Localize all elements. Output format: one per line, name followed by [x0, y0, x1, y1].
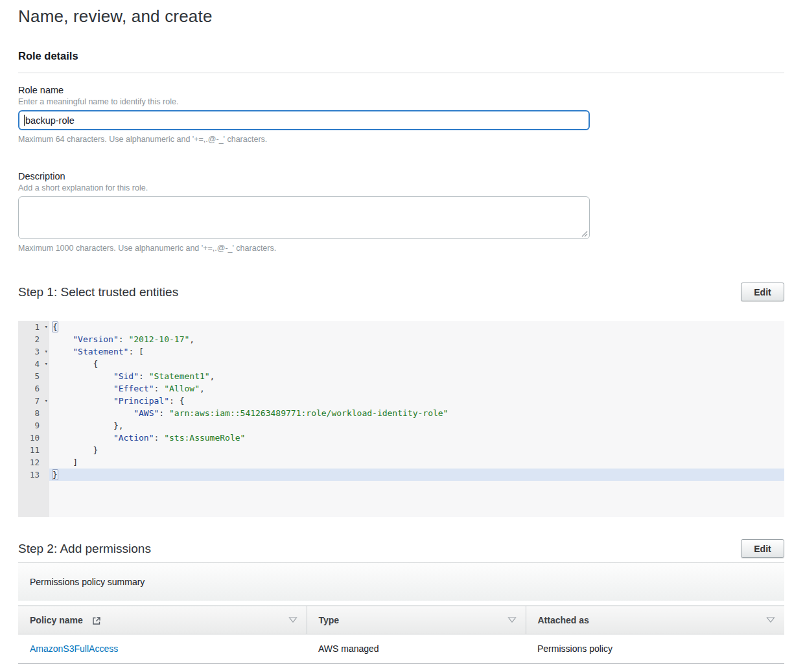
- fold-icon[interactable]: ▾: [45, 321, 48, 333]
- column-label: Policy name: [30, 615, 83, 625]
- role-name-input[interactable]: [18, 110, 590, 130]
- page-content: Name, review, and create Role details Ro…: [0, 0, 805, 664]
- text-caret: [24, 115, 25, 126]
- line-number: 4▾: [18, 358, 49, 370]
- code-text: }: [49, 444, 784, 456]
- fold-icon[interactable]: ▾: [45, 395, 48, 407]
- trust-policy-editor[interactable]: 1▾{2"Version": "2012-10-17",3▾"Statement…: [18, 321, 784, 517]
- column-header-type[interactable]: Type: [307, 606, 526, 634]
- column-header-policy-name[interactable]: Policy name: [18, 606, 307, 634]
- step2-edit-button[interactable]: Edit: [741, 539, 784, 558]
- code-text: "Version": "2012-10-17",: [49, 333, 784, 345]
- line-number: 10: [18, 432, 49, 444]
- description-textarea[interactable]: [18, 196, 590, 239]
- code-text: "Sid": "Statement1",: [49, 370, 784, 382]
- table-row: AmazonS3FullAccessAWS managedPermissions…: [18, 634, 784, 664]
- code-text: "Effect": "Allow",: [49, 382, 784, 395]
- code-line: 1▾{: [18, 321, 784, 333]
- code-line: 8"AWS": "arn:aws:iam::541263489771:role/…: [18, 407, 784, 419]
- description-constraint: Maximum 1000 characters. Use alphanumeri…: [18, 244, 784, 253]
- code-text: "AWS": "arn:aws:iam::541263489771:role/w…: [49, 407, 784, 419]
- code-text: {: [49, 358, 784, 370]
- code-text: "Action": "sts:AssumeRole": [49, 432, 784, 444]
- code-text: }: [49, 469, 784, 481]
- code-line: 10"Action": "sts:AssumeRole": [18, 432, 784, 444]
- permissions-panel-title: Permissions policy summary: [18, 562, 784, 601]
- line-number: 1▾: [18, 321, 49, 333]
- filter-icon[interactable]: [766, 617, 775, 623]
- step1-heading: Step 1: Select trusted entities: [18, 285, 178, 299]
- policy-type-cell: AWS managed: [307, 634, 526, 664]
- description-help: Add a short explanation for this role.: [18, 183, 784, 192]
- code-text: },: [49, 419, 784, 432]
- code-line: 6"Effect": "Allow",: [18, 382, 784, 395]
- line-number: 7▾: [18, 395, 49, 407]
- filter-icon[interactable]: [288, 617, 298, 623]
- line-number: 6: [18, 382, 49, 395]
- attached-as-cell: Permissions policy: [526, 634, 784, 664]
- fold-icon[interactable]: ▾: [45, 358, 48, 370]
- code-line: 11}: [18, 444, 784, 456]
- code-text: "Statement": [: [49, 345, 784, 358]
- description-label: Description: [18, 171, 784, 181]
- section-divider: [18, 73, 784, 73]
- code-line: 13}: [18, 469, 784, 481]
- permissions-table: Policy nameTypeAttached as AmazonS3FullA…: [18, 605, 784, 664]
- code-line: 5"Sid": "Statement1",: [18, 370, 784, 382]
- page-title: Name, review, and create: [18, 6, 784, 27]
- permissions-panel: Permissions policy summary Policy nameTy…: [18, 562, 784, 664]
- code-line: 9},: [18, 419, 784, 432]
- line-number: 13: [18, 469, 49, 481]
- line-number: 8: [18, 407, 49, 419]
- step1-edit-button[interactable]: Edit: [741, 283, 784, 301]
- column-label: Attached as: [538, 615, 589, 625]
- column-header-attached-as[interactable]: Attached as: [526, 606, 784, 634]
- line-number: 2: [18, 333, 49, 345]
- code-text: {: [49, 321, 784, 333]
- step2-heading: Step 2: Add permissions: [18, 542, 151, 556]
- role-details-heading: Role details: [18, 50, 784, 62]
- code-line: 3▾"Statement": [: [18, 345, 784, 358]
- line-number: 5: [18, 370, 49, 382]
- code-text: "Principal": {: [49, 395, 784, 407]
- role-name-label: Role name: [18, 85, 784, 95]
- external-link-icon: [92, 616, 101, 625]
- role-name-constraint: Maximum 64 characters. Use alphanumeric …: [18, 135, 784, 144]
- fold-icon[interactable]: ▾: [45, 345, 48, 358]
- line-number: 11: [18, 444, 49, 456]
- code-line: 7▾"Principal": {: [18, 395, 784, 407]
- column-label: Type: [319, 615, 340, 625]
- policy-name-link[interactable]: AmazonS3FullAccess: [30, 643, 118, 654]
- code-line: 12]: [18, 456, 784, 469]
- line-number: 3▾: [18, 345, 49, 358]
- filter-icon[interactable]: [508, 617, 517, 623]
- code-line: 2"Version": "2012-10-17",: [18, 333, 784, 345]
- code-text: ]: [49, 456, 784, 469]
- line-number: 9: [18, 419, 49, 432]
- line-number: 12: [18, 456, 49, 469]
- code-line: 4▾{: [18, 358, 784, 370]
- policy-name-cell: AmazonS3FullAccess: [18, 634, 307, 664]
- role-name-help: Enter a meaningful name to identify this…: [18, 97, 784, 106]
